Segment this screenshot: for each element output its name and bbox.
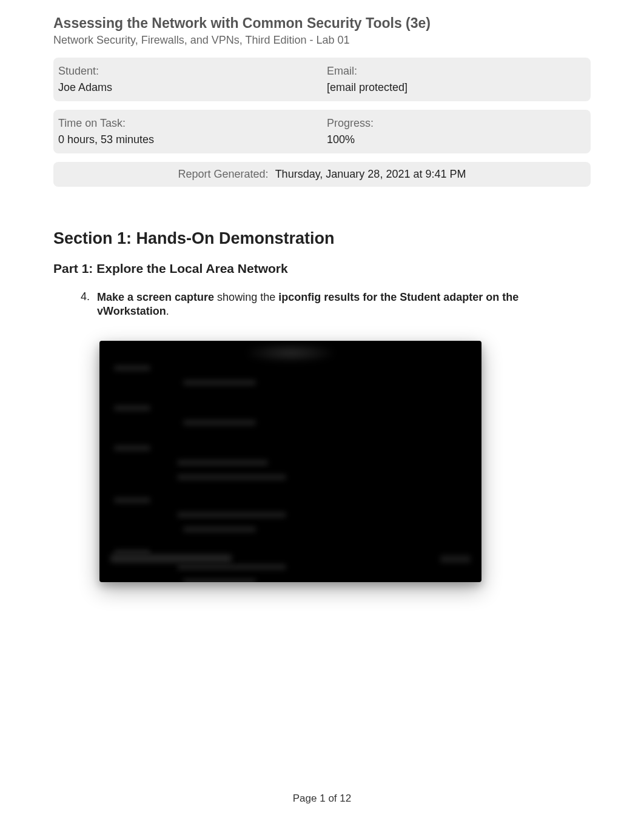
terminal-line <box>114 445 150 451</box>
page-subtitle: Network Security, Firewalls, and VPNs, T… <box>53 34 591 47</box>
terminal-titlebar-blur <box>248 344 333 361</box>
terminal-line <box>177 564 286 570</box>
progress-value: 100% <box>327 133 591 146</box>
terminal-line <box>114 365 150 371</box>
email-col: Email: [email protected] <box>322 65 591 94</box>
report-generated-value: Thursday, January 28, 2021 at 9:41 PM <box>275 168 466 180</box>
time-progress-block: Time on Task: 0 hours, 53 minutes Progre… <box>53 110 591 153</box>
student-value: Joe Adams <box>58 81 322 94</box>
terminal-line <box>177 474 286 480</box>
time-label: Time on Task: <box>58 117 322 130</box>
terminal-line <box>114 497 150 503</box>
page-footer: Page 1 of 12 <box>0 793 644 805</box>
section-heading: Section 1: Hands-On Demonstration <box>53 229 591 248</box>
task-text: Make a screen capture showing the ipconf… <box>97 290 591 319</box>
terminal-line <box>177 512 286 518</box>
task-seg4: . <box>166 305 169 317</box>
terminal-line <box>177 460 268 466</box>
time-value: 0 hours, 53 minutes <box>58 133 322 146</box>
report-generated-block: Report Generated: Thursday, January 28, … <box>53 162 591 187</box>
terminal-line <box>183 420 256 426</box>
email-label: Email: <box>327 65 591 78</box>
task-seg2: showing the <box>214 291 278 303</box>
student-email-block: Student: Joe Adams Email: [email protect… <box>53 58 591 101</box>
terminal-line <box>183 526 256 532</box>
email-value: [email protected] <box>327 81 591 94</box>
student-col: Student: Joe Adams <box>53 65 322 94</box>
terminal-line <box>440 555 471 563</box>
progress-col: Progress: 100% <box>322 117 591 146</box>
report-generated-label: Report Generated: <box>178 168 269 180</box>
terminal-screenshot <box>99 341 481 582</box>
progress-label: Progress: <box>327 117 591 130</box>
time-col: Time on Task: 0 hours, 53 minutes <box>53 117 322 146</box>
task-number: 4. <box>76 290 90 319</box>
terminal-line <box>110 554 232 563</box>
student-label: Student: <box>58 65 322 78</box>
terminal-line <box>114 405 150 411</box>
terminal-line <box>183 578 256 582</box>
task-item: 4. Make a screen capture showing the ipc… <box>76 290 591 319</box>
terminal-content-blur <box>110 365 471 571</box>
part-heading: Part 1: Explore the Local Area Network <box>53 261 591 276</box>
terminal-line <box>183 380 256 386</box>
page-title: Assessing the Network with Common Securi… <box>53 15 591 32</box>
task-seg1: Make a screen capture <box>97 291 214 303</box>
